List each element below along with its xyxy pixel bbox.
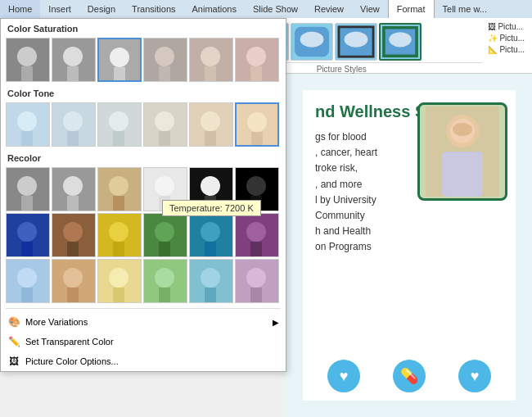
tab-review[interactable]: Review bbox=[306, 0, 352, 18]
color-saturation-header: Color Saturation bbox=[1, 19, 286, 36]
svg-point-11 bbox=[300, 32, 324, 48]
tab-tellme[interactable]: Tell me w... bbox=[435, 0, 495, 18]
svg-point-45 bbox=[109, 111, 128, 131]
recolor-grayscale[interactable] bbox=[52, 167, 96, 211]
recolor-light-teal[interactable] bbox=[189, 259, 233, 303]
svg-rect-25 bbox=[67, 66, 79, 81]
svg-point-27 bbox=[110, 48, 129, 67]
tab-insert[interactable]: Insert bbox=[40, 0, 79, 18]
svg-point-69 bbox=[201, 176, 220, 196]
picture-color-options-icon: 🖼 bbox=[7, 355, 20, 368]
ribbon-tabs: Home Insert Design Transitions Animation… bbox=[0, 0, 532, 18]
svg-point-39 bbox=[17, 111, 37, 131]
svg-point-63 bbox=[109, 176, 128, 196]
tooltip-text: Temperature: 7200 K bbox=[169, 203, 254, 213]
svg-point-21 bbox=[17, 47, 37, 66]
recolor-light-blue[interactable] bbox=[6, 259, 50, 303]
slide-preview-area: nd Wellness Screenings gs for blood , ca… bbox=[286, 74, 532, 417]
tab-home[interactable]: Home bbox=[0, 0, 40, 18]
saturation-0[interactable] bbox=[6, 38, 50, 82]
tone-0[interactable] bbox=[6, 102, 50, 147]
svg-rect-79 bbox=[67, 242, 79, 256]
more-variations-icon: 🎨 bbox=[7, 315, 20, 329]
recolor-sepia[interactable] bbox=[97, 167, 142, 211]
slide-icons: ♥ 💊 ♥ bbox=[303, 360, 516, 392]
svg-point-75 bbox=[17, 222, 37, 242]
svg-rect-31 bbox=[159, 66, 170, 81]
recolor-brown[interactable] bbox=[52, 213, 96, 257]
picture-border-icon: 🖼 bbox=[488, 22, 496, 31]
svg-point-93 bbox=[17, 268, 37, 288]
svg-rect-106 bbox=[205, 288, 216, 302]
tone-3[interactable] bbox=[143, 102, 187, 147]
svg-point-30 bbox=[155, 47, 174, 66]
picture-layout-btn[interactable]: 📐 Pictu... bbox=[485, 44, 527, 55]
tooltip-box: Temperature: 7200 K bbox=[162, 200, 261, 216]
svg-rect-91 bbox=[250, 242, 262, 256]
svg-rect-22 bbox=[21, 66, 33, 81]
svg-rect-97 bbox=[67, 288, 79, 302]
svg-rect-103 bbox=[159, 288, 170, 302]
picture-border-btn[interactable]: 🖼 Pictu... bbox=[485, 21, 527, 32]
saturation-4[interactable] bbox=[189, 38, 233, 82]
tab-design[interactable]: Design bbox=[79, 0, 124, 18]
svg-point-57 bbox=[17, 176, 37, 196]
tab-format[interactable]: Format bbox=[388, 0, 435, 18]
picture-color-options-item[interactable]: 🖼 Picture Color Options... bbox=[1, 351, 286, 371]
svg-rect-82 bbox=[113, 242, 124, 256]
svg-point-66 bbox=[155, 176, 174, 196]
tone-2[interactable] bbox=[97, 102, 142, 147]
tab-transitions[interactable]: Transitions bbox=[124, 0, 183, 18]
tab-animations[interactable]: Animations bbox=[184, 0, 245, 18]
recolor-no-recolor[interactable] bbox=[6, 167, 50, 211]
svg-point-72 bbox=[246, 176, 266, 196]
svg-point-108 bbox=[246, 268, 266, 288]
svg-rect-88 bbox=[205, 242, 216, 256]
recolor-yellow[interactable] bbox=[97, 213, 142, 257]
recolor-light-brown[interactable] bbox=[52, 259, 96, 303]
svg-point-48 bbox=[155, 111, 174, 131]
svg-point-42 bbox=[63, 111, 83, 131]
svg-point-96 bbox=[63, 268, 83, 288]
svg-point-114 bbox=[453, 123, 472, 136]
svg-rect-43 bbox=[67, 131, 79, 146]
picture-effects-icon: ✨ bbox=[488, 34, 498, 43]
svg-point-90 bbox=[246, 222, 266, 242]
recolor-purple[interactable] bbox=[235, 213, 279, 257]
recolor-green[interactable] bbox=[143, 213, 187, 257]
saturation-5[interactable] bbox=[235, 38, 279, 82]
set-transparent-item[interactable]: ✏️ Set Transparent Color bbox=[1, 332, 286, 351]
svg-point-24 bbox=[63, 47, 83, 66]
tone-1[interactable] bbox=[52, 102, 96, 147]
ps-thumb-5[interactable] bbox=[379, 23, 422, 61]
recolor-blue-dark[interactable] bbox=[6, 213, 50, 257]
tab-view[interactable]: View bbox=[352, 0, 388, 18]
recolor-light-green[interactable] bbox=[143, 259, 187, 303]
ps-thumb-3[interactable] bbox=[291, 23, 333, 61]
tab-slideshow[interactable]: Slide Show bbox=[245, 0, 306, 18]
health-icon-1: ♥ bbox=[327, 360, 360, 392]
recolor-teal[interactable] bbox=[189, 213, 233, 257]
saturation-2[interactable] bbox=[97, 38, 142, 82]
svg-rect-64 bbox=[113, 196, 124, 211]
svg-point-102 bbox=[155, 268, 174, 288]
recolor-light-purple[interactable] bbox=[235, 259, 279, 303]
svg-rect-37 bbox=[250, 66, 262, 81]
svg-rect-49 bbox=[159, 131, 170, 146]
slide-photo bbox=[417, 102, 507, 201]
color-tone-header: Color Tone bbox=[1, 84, 286, 101]
recolor-header: Recolor bbox=[1, 148, 286, 165]
tone-grid bbox=[1, 101, 286, 148]
picture-effects-btn[interactable]: ✨ Pictu... bbox=[485, 33, 527, 43]
ps-thumb-4[interactable] bbox=[335, 23, 377, 61]
saturation-3[interactable] bbox=[143, 38, 187, 82]
svg-rect-112 bbox=[442, 152, 483, 197]
tone-4[interactable] bbox=[189, 102, 233, 147]
saturation-1[interactable] bbox=[52, 38, 96, 82]
svg-rect-61 bbox=[67, 196, 79, 211]
more-variations-item[interactable]: 🎨 More Variations ▶ bbox=[1, 312, 286, 332]
recolor-light-yellow[interactable] bbox=[97, 259, 142, 303]
set-transparent-icon: ✏️ bbox=[7, 335, 20, 348]
svg-point-51 bbox=[201, 111, 220, 131]
tone-5[interactable] bbox=[235, 102, 279, 147]
